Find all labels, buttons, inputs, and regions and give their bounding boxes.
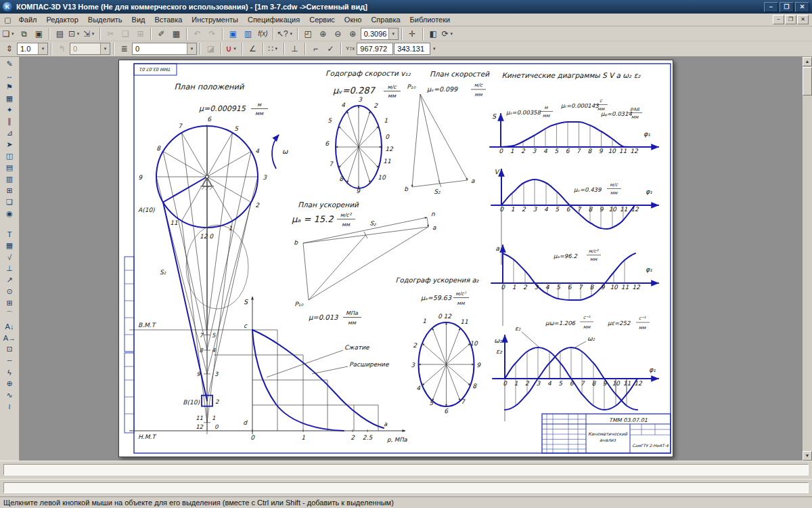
zoom-current-button[interactable]: ⊕ — [346, 27, 360, 40]
dropdown-arrow-icon[interactable]: ▾ — [38, 43, 47, 54]
tool-auto-axis[interactable]: ϟ — [1, 366, 18, 378]
refresh-view-button[interactable]: ⟳▾ — [441, 27, 455, 40]
tool-selection[interactable]: ➤ — [1, 139, 18, 150]
dropdown-arrow-icon[interactable]: ▾ — [100, 43, 110, 54]
dropdown-arrow-icon[interactable]: ▾ — [273, 46, 279, 51]
tool-section-line[interactable]: ⌒ — [1, 309, 18, 320]
tool-assoc-views[interactable]: ◫ — [1, 150, 18, 162]
dropdown-arrow-icon[interactable]: ▾ — [75, 31, 81, 37]
dropdown-arrow-icon[interactable]: ▾ — [449, 31, 455, 37]
send-button[interactable]: ⇲▾ — [83, 27, 97, 40]
property-panel-field[interactable] — [3, 464, 809, 475]
menu-item[interactable]: Справка — [366, 15, 405, 24]
layer-combo[interactable]: 0 ▾ — [132, 43, 197, 55]
print-button[interactable]: ▤ — [53, 27, 67, 40]
ortho-button[interactable]: ⌐ — [309, 43, 323, 56]
dropdown-arrow-icon[interactable]: ▾ — [9, 31, 16, 37]
zoom-out-button[interactable]: ⊖ — [331, 27, 345, 40]
minimize-button[interactable]: − — [764, 2, 778, 12]
angle-snap-button[interactable]: ∠ — [246, 43, 260, 56]
orientation-button[interactable]: ◧ — [426, 27, 441, 40]
tool-designations[interactable]: ⚑ — [1, 81, 18, 93]
mdi-restore-button[interactable]: ❐ — [785, 15, 796, 24]
tool-position[interactable]: ⊙ — [1, 286, 18, 297]
print-preview-button[interactable]: ⊡▾ — [68, 27, 82, 40]
tool-build-geometry[interactable]: ▦ — [1, 93, 18, 104]
menu-item[interactable]: Выделить — [83, 15, 127, 24]
zoom-scale-combo[interactable]: 0.3096 ▾ — [361, 28, 399, 40]
tool-dimensions[interactable]: ↔ — [1, 70, 18, 81]
vertical-scrollbar[interactable]: ▲ ▼ — [803, 57, 812, 461]
tool-table[interactable]: ▦ — [1, 240, 18, 251]
menu-item[interactable]: Вид — [127, 15, 150, 24]
parametric-mode-button[interactable]: ✓ — [323, 43, 338, 56]
menu-item[interactable]: Редактор — [41, 15, 83, 24]
tool-specification[interactable]: ▤ — [1, 162, 18, 173]
dropdown-arrow-icon[interactable]: ▾ — [231, 46, 238, 51]
drawing-workspace[interactable]: ТММ 03.07.01 ТММ 03.07.01 Кинематический… — [20, 57, 803, 461]
tool-wavy-line[interactable]: ∿ — [1, 389, 18, 401]
new-document-button[interactable]: ❏▾ — [2, 27, 16, 40]
tool-view-manager[interactable]: ◉ — [1, 208, 18, 219]
typical-elements-button[interactable]: ▥ — [241, 27, 255, 40]
properties-button[interactable]: ▦ — [169, 27, 183, 40]
context-help-button[interactable]: ↖?▾ — [277, 27, 294, 40]
dropdown-arrow-icon[interactable]: ▾ — [288, 31, 294, 37]
library-manager-button[interactable]: ▣ — [226, 27, 240, 40]
mdi-close-button[interactable]: ✕ — [797, 15, 809, 24]
menu-item[interactable]: Библиотеки — [405, 15, 455, 24]
tool-editing[interactable]: ✦ — [1, 104, 18, 116]
tool-center-mark[interactable]: ⊕ — [1, 378, 18, 389]
scroll-up-button[interactable]: ▲ — [803, 57, 812, 66]
tool-inserts[interactable]: ⊞ — [1, 185, 18, 196]
tool-geometry[interactable]: ✎ — [1, 58, 18, 70]
menu-item[interactable]: Сервис — [304, 15, 340, 24]
menu-item[interactable]: Файл — [14, 15, 41, 24]
tool-reports[interactable]: ▥ — [1, 173, 18, 185]
copy-properties-button[interactable]: ✐ — [154, 27, 168, 40]
dropdown-arrow-icon[interactable]: ▾ — [388, 28, 398, 39]
tool-break-line[interactable]: ≀ — [1, 401, 18, 412]
copy-button[interactable]: ❑ — [118, 27, 133, 40]
coordinate-y-field[interactable]: 967.972 — [357, 43, 393, 55]
close-button[interactable]: ✕ — [795, 2, 809, 12]
grid-button[interactable]: ∷▾ — [267, 43, 281, 56]
menu-item[interactable]: Спецификация — [243, 15, 304, 24]
zoom-in-button[interactable]: ⊕ — [316, 27, 330, 40]
snap-button[interactable]: ∪▾ — [225, 43, 239, 56]
undo-button[interactable]: ↶ — [190, 27, 204, 40]
tool-axis-line[interactable]: ┄ — [1, 355, 18, 366]
tool-sheets[interactable]: ❏ — [1, 196, 18, 208]
cut-button[interactable]: ✂ — [104, 27, 118, 40]
tool-leader[interactable]: ↗ — [1, 274, 18, 286]
zoom-frame-button[interactable]: ◰ — [301, 27, 315, 40]
menu-item[interactable]: Окно — [340, 15, 367, 24]
scroll-down-button[interactable]: ▼ — [803, 451, 812, 461]
tool-text[interactable]: T — [1, 228, 18, 240]
redo-button[interactable]: ↷ — [205, 27, 219, 40]
dropdown-arrow-icon[interactable]: ▾ — [90, 31, 96, 37]
dropdown-arrow-icon[interactable]: ▾ — [187, 43, 196, 54]
tool-text-down[interactable]: A↓ — [1, 320, 18, 332]
tool-stamp[interactable]: ⊡ — [1, 343, 18, 355]
scrollbar-thumb[interactable] — [803, 67, 812, 96]
message-panel-field[interactable] — [3, 482, 809, 493]
document-system-icon[interactable]: ▢ — [4, 16, 11, 24]
menu-item[interactable]: Инструменты — [187, 15, 243, 24]
menu-item[interactable]: Вставка — [150, 15, 187, 24]
assoc-view-button[interactable]: ↰ — [55, 43, 69, 56]
tool-tolerance-frame[interactable]: ⊞ — [1, 297, 18, 309]
mdi-minimize-button[interactable]: − — [773, 15, 784, 24]
paste-button[interactable]: ⊞ — [133, 27, 148, 40]
tool-text-right[interactable]: A→ — [1, 332, 18, 343]
variables-button[interactable]: f(x) — [256, 27, 270, 40]
tool-measure[interactable]: ⊿ — [1, 127, 18, 139]
local-cs-button[interactable]: ⊥ — [288, 43, 302, 56]
tool-parametrization[interactable]: ∥ — [1, 116, 18, 127]
dropdown-arrow-icon[interactable]: ▾ — [431, 46, 437, 51]
layers-button[interactable]: ≣ — [117, 43, 131, 56]
view-number-combo[interactable]: 0 ▾ — [70, 43, 110, 55]
document-params-button[interactable]: ◪ — [204, 43, 218, 56]
coordinate-x-field[interactable]: 343.131 — [394, 43, 430, 55]
tool-datum[interactable]: ⊥ — [1, 263, 18, 274]
